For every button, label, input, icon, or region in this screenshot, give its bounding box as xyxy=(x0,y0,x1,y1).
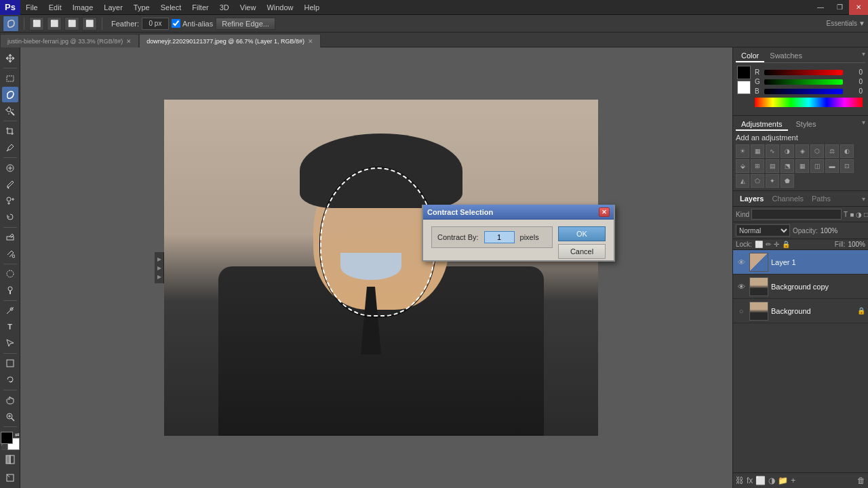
styles-tab[interactable]: Styles xyxy=(791,119,822,131)
layer-shape-icon[interactable]: □ xyxy=(864,211,868,218)
layers-search-input[interactable] xyxy=(751,209,842,220)
adjustments-tab[interactable]: Adjustments xyxy=(736,119,788,131)
clone-stamp-tool[interactable] xyxy=(2,192,18,208)
lock-position-icon[interactable]: ✛ xyxy=(774,241,779,248)
shape-tool[interactable] xyxy=(2,356,18,371)
curves-icon[interactable]: ∿ xyxy=(766,144,779,158)
quick-mask-tool[interactable] xyxy=(2,452,18,468)
magic-wand-tool[interactable] xyxy=(2,103,18,119)
menu-edit[interactable]: Edit xyxy=(43,2,67,13)
layer-item-0[interactable]: 👁 Layer 1 xyxy=(733,250,868,274)
lasso-tool[interactable] xyxy=(2,87,18,102)
tab-0-close[interactable]: ✕ xyxy=(126,38,132,45)
vibrance-icon[interactable]: ◈ xyxy=(795,144,809,158)
default-colors-icon[interactable]: ⬛ xyxy=(1,444,7,450)
menu-layer[interactable]: Layer xyxy=(98,2,128,13)
refine-edge-button[interactable]: Refine Edge... xyxy=(216,18,275,30)
marquee-tool[interactable] xyxy=(2,70,18,86)
b-slider[interactable] xyxy=(764,89,843,94)
channel-mixer-icon[interactable]: ⊞ xyxy=(751,159,764,173)
dialog-title-bar[interactable]: Contract Selection ✕ xyxy=(423,205,614,220)
eyedropper-tool[interactable] xyxy=(2,140,18,155)
color-panel-arrow[interactable]: ▾ xyxy=(862,50,865,62)
layer-1-name[interactable]: Background copy xyxy=(771,283,865,291)
ok-button[interactable]: OK xyxy=(558,226,606,241)
desaturate-icon[interactable]: ✦ xyxy=(766,174,779,188)
paths-tab[interactable]: Paths xyxy=(808,193,835,204)
menu-file[interactable]: File xyxy=(20,2,43,13)
photo-filter-icon[interactable]: ⬙ xyxy=(736,159,749,173)
color-spectrum[interactable] xyxy=(755,98,863,107)
levels-icon[interactable]: ▦ xyxy=(751,144,764,158)
blend-mode-select[interactable]: Normal xyxy=(736,224,790,237)
shadows-highlights-icon[interactable]: ◭ xyxy=(736,174,749,188)
restore-button[interactable]: ❐ xyxy=(830,0,849,15)
cancel-button[interactable]: Cancel xyxy=(558,244,606,259)
new-fill-adjustment-icon[interactable]: ◑ xyxy=(768,476,775,485)
feather-input[interactable] xyxy=(142,18,169,30)
channels-tab[interactable]: Channels xyxy=(768,193,807,204)
layer-item-2[interactable]: ○ Background 🔒 xyxy=(733,299,868,323)
color-tab[interactable]: Color xyxy=(736,50,764,62)
lock-transparency-icon[interactable]: ⬜ xyxy=(755,241,763,248)
panel-icon-1[interactable]: ▶ xyxy=(155,255,163,263)
bg-swatch[interactable] xyxy=(737,81,751,94)
paint-bucket-tool[interactable] xyxy=(2,246,18,262)
color-balance-icon[interactable]: ⚖ xyxy=(825,144,839,158)
menu-window[interactable]: Window xyxy=(261,2,298,13)
posterize-icon[interactable]: ▦ xyxy=(795,159,809,173)
hdr-toning-icon[interactable]: ⬠ xyxy=(751,174,764,188)
adj-panel-arrow[interactable]: ▾ xyxy=(862,119,865,131)
new-layer-icon[interactable]: + xyxy=(791,476,795,485)
pen-tool[interactable] xyxy=(2,303,18,319)
layers-tab[interactable]: Layers xyxy=(736,193,768,204)
exposure-icon[interactable]: ◑ xyxy=(781,144,794,158)
match-color-icon[interactable]: ⬟ xyxy=(781,174,794,188)
eraser-tool[interactable] xyxy=(2,230,18,245)
antialias-checkbox[interactable] xyxy=(172,19,180,28)
hue-sat-icon[interactable]: ⬡ xyxy=(810,144,824,158)
layer-0-name[interactable]: Layer 1 xyxy=(771,258,865,266)
menu-select[interactable]: Select xyxy=(155,2,187,13)
3d-rotate-tool[interactable] xyxy=(2,372,18,388)
screen-mode-tool[interactable] xyxy=(2,470,18,485)
panel-icon-2[interactable]: ▶ xyxy=(155,264,163,272)
layer-2-name[interactable]: Background xyxy=(771,307,854,315)
layer-2-visibility-toggle[interactable]: ○ xyxy=(736,306,747,317)
threshold-icon[interactable]: ◫ xyxy=(810,159,824,173)
menu-view[interactable]: View xyxy=(235,2,262,13)
menu-type[interactable]: Type xyxy=(128,2,155,13)
contract-value-input[interactable] xyxy=(484,231,515,243)
delete-layer-icon[interactable]: 🗑 xyxy=(857,476,865,485)
switch-colors-icon[interactable]: ⇄ xyxy=(15,432,20,438)
contract-selection-dialog[interactable]: Contract Selection ✕ Contract By: pixels xyxy=(422,205,615,262)
layer-item-1[interactable]: 👁 Background copy xyxy=(733,274,868,299)
dodge-tool[interactable] xyxy=(2,283,18,298)
toolbar-btn-3[interactable]: ⬜ xyxy=(64,17,79,30)
tab-0[interactable]: justin-bieber-ferrari.jpg @ 33.3% (RGB/8… xyxy=(0,34,139,47)
lasso-tool-icon[interactable] xyxy=(3,16,19,32)
layer-0-visibility-icon[interactable]: 👁 xyxy=(736,257,747,268)
r-slider[interactable] xyxy=(764,70,843,75)
zoom-tool[interactable] xyxy=(2,409,18,424)
fg-swatch[interactable] xyxy=(737,66,751,79)
fill-value[interactable]: 100% xyxy=(848,241,865,248)
toolbar-btn-4[interactable]: ⬜ xyxy=(82,17,97,30)
toolbar-btn-1[interactable]: ⬜ xyxy=(29,17,44,30)
menu-image[interactable]: Image xyxy=(67,2,99,13)
lock-all-icon[interactable]: 🔒 xyxy=(782,241,790,248)
link-layers-icon[interactable]: ⛓ xyxy=(736,476,744,485)
g-slider[interactable] xyxy=(764,79,843,85)
swatches-tab[interactable]: Swatches xyxy=(764,50,808,62)
dialog-close-button[interactable]: ✕ xyxy=(599,207,610,217)
new-group-icon[interactable]: 📁 xyxy=(778,476,788,485)
layer-adj-icon[interactable]: ◑ xyxy=(856,211,862,218)
move-tool[interactable] xyxy=(2,50,18,66)
gradient-map-icon[interactable]: ▬ xyxy=(825,159,839,173)
tab-1-close[interactable]: ✕ xyxy=(308,38,313,45)
healing-brush-tool[interactable] xyxy=(2,160,18,176)
menu-3d[interactable]: 3D xyxy=(214,2,235,13)
close-button[interactable]: ✕ xyxy=(849,0,868,15)
opacity-value[interactable]: 100% xyxy=(821,227,838,235)
minimize-button[interactable]: — xyxy=(811,0,830,15)
